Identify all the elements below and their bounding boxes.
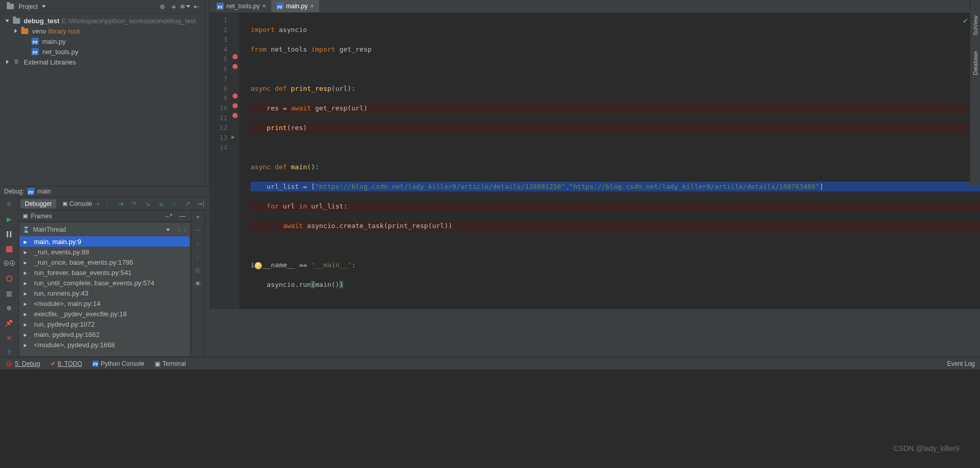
- code-area[interactable]: 1234567891011121314 ▶ import asyncio fro…: [209, 13, 980, 309]
- tree-root[interactable]: debug_test E:\Workspace\python_workspace…: [0, 15, 205, 26]
- add-watch-icon[interactable]: ＋: [194, 213, 202, 221]
- frame-row[interactable]: ▸run, runners.py:43: [20, 288, 190, 298]
- tree-file[interactable]: net_tools.py: [0, 46, 205, 57]
- settings-button[interactable]: ✲: [4, 304, 14, 313]
- help-button[interactable]: ?: [4, 348, 14, 357]
- run-to-cursor-button[interactable]: ⇒|: [197, 200, 205, 208]
- force-step-button[interactable]: ⤓: [170, 200, 178, 208]
- code-content[interactable]: import asyncio from net_tools import get…: [247, 13, 980, 309]
- frame-text: run, runners.py:43: [34, 289, 89, 297]
- close-icon[interactable]: ×: [262, 3, 266, 10]
- editor-tab[interactable]: net_tools.py ×: [211, 0, 271, 12]
- run-gutter-icon[interactable]: ▶: [231, 132, 235, 142]
- down-icon[interactable]: ↓: [194, 253, 202, 261]
- project-title[interactable]: Project: [4, 3, 46, 11]
- tool-tab-sciview[interactable]: SciView: [972, 15, 978, 36]
- editor-tab[interactable]: main.py ×: [271, 0, 319, 12]
- frame-row[interactable]: ▸run_forever, base_events.py:541: [20, 267, 190, 278]
- view-breakpoints-button[interactable]: ⦿⦿: [4, 260, 14, 268]
- project-header: Project ⊚ ≑ ✲ ⇤: [0, 0, 205, 13]
- frame-row[interactable]: ▸<module>, main.py:14: [20, 298, 190, 309]
- frame-row[interactable]: ▸<module>, pydevd.py:1668: [20, 340, 190, 350]
- hide-icon[interactable]: —: [178, 212, 187, 220]
- tab-debugger[interactable]: Debugger: [21, 199, 56, 208]
- chevron-down-icon: [166, 229, 170, 231]
- python-file-icon: [31, 38, 39, 45]
- expand-arrow-icon[interactable]: [4, 60, 10, 64]
- pause-button[interactable]: [4, 230, 14, 238]
- step-out-button[interactable]: ↗: [184, 200, 192, 208]
- frame-row[interactable]: ▸main, pydevd.py:1662: [20, 329, 190, 340]
- breakpoint-icon[interactable]: [232, 103, 238, 108]
- tree-external[interactable]: 𝄃𝄃𝄃 External Libraries: [0, 57, 205, 67]
- status-eventlog[interactable]: Event Log: [947, 360, 975, 367]
- locate-icon[interactable]: ⊚: [158, 3, 167, 11]
- restore-layout-icon[interactable]: →*: [164, 212, 172, 220]
- debug-sidebar: ↻ ▶ ⦿⦿ ▥ ✲ 📌 ✕ ?: [0, 197, 19, 357]
- step-into-button[interactable]: ↘: [143, 200, 152, 208]
- tab-console[interactable]: ▣Console→: [59, 199, 104, 208]
- file-name: net_tools.py: [42, 48, 78, 56]
- close-button[interactable]: ✕: [4, 334, 14, 343]
- status-bar: 🐞5: Debug ✔6: TODO Python Console ▣Termi…: [0, 357, 980, 369]
- step-into-my-button[interactable]: ⇘: [157, 200, 165, 208]
- inspection-ok-icon[interactable]: ✔: [962, 17, 969, 25]
- hide-icon[interactable]: ⇤: [192, 3, 201, 11]
- breakpoint-icon[interactable]: [232, 54, 238, 59]
- breakpoint-icon[interactable]: [232, 113, 238, 118]
- library-folder-icon: [21, 28, 28, 34]
- breakpoint-gutter[interactable]: ▶: [231, 13, 239, 309]
- copy-icon[interactable]: ⧉: [194, 266, 202, 275]
- thread-selector[interactable]: 🧵 MainThread ↑ ↓: [20, 223, 190, 236]
- frame-text: run, pydevd.py:1072: [34, 320, 95, 328]
- breakpoint-icon[interactable]: [232, 64, 238, 69]
- frame-text: run_forever, base_events.py:541: [34, 269, 131, 277]
- resume-button[interactable]: ▶: [4, 215, 14, 224]
- frame-text: <module>, main.py:14: [34, 300, 101, 308]
- rerun-button[interactable]: ↻: [4, 200, 14, 209]
- next-frame-icon[interactable]: ↓: [184, 226, 187, 233]
- frame-row[interactable]: ▸_run, events.py:88: [20, 247, 190, 257]
- fold-gutter[interactable]: [239, 13, 247, 309]
- frames-pane: ▣ Frames →* — 🧵 MainThread ↑ ↓ ▸main, ma…: [19, 211, 191, 357]
- pin-button[interactable]: 📌: [4, 319, 14, 328]
- frame-row[interactable]: ▸run_until_complete, base_events.py:574: [20, 278, 190, 288]
- frame-row[interactable]: ▸_run_once, base_events.py:1786: [20, 257, 190, 267]
- remove-watch-icon[interactable]: —: [194, 226, 202, 234]
- frame-icon: ▸: [24, 248, 31, 256]
- frame-row[interactable]: ▸run, pydevd.py:1072: [20, 319, 190, 329]
- step-over-button[interactable]: ↷: [130, 200, 138, 208]
- status-pyconsole[interactable]: Python Console: [92, 360, 144, 367]
- stop-button[interactable]: [4, 245, 14, 253]
- status-todo[interactable]: ✔6: TODO: [51, 360, 82, 367]
- frame-icon: ▸: [24, 279, 31, 287]
- mute-breakpoints-button[interactable]: [4, 275, 14, 283]
- folder-icon: [13, 18, 20, 24]
- python-file-icon: [276, 3, 284, 10]
- tab-label: main.py: [286, 3, 308, 10]
- layout-button[interactable]: ▥: [4, 289, 14, 298]
- frame-row[interactable]: ▸main, main.py:9: [20, 236, 190, 247]
- expand-arrow-icon[interactable]: [12, 29, 19, 33]
- show-watches-icon[interactable]: 👁: [194, 280, 202, 288]
- frame-icon: ▸: [24, 331, 31, 338]
- show-exec-point-button[interactable]: ⇥: [117, 200, 125, 208]
- status-terminal[interactable]: ▣Terminal: [155, 360, 186, 367]
- tree-venv[interactable]: venv library root: [0, 26, 205, 36]
- frame-icon: ▸: [24, 320, 31, 328]
- frame-row[interactable]: ▸execfile, _pydev_execfile.py:18: [20, 309, 190, 319]
- venv-hint: library root: [48, 27, 79, 35]
- tree-file[interactable]: main.py: [0, 36, 205, 46]
- gear-icon[interactable]: ✲: [181, 3, 189, 11]
- breakpoint-icon[interactable]: [232, 93, 238, 99]
- collapse-icon[interactable]: ≑: [170, 3, 178, 11]
- intention-bulb-icon[interactable]: [255, 262, 262, 269]
- frames-list: ▸main, main.py:9▸_run, events.py:88▸_run…: [20, 236, 190, 356]
- status-debug[interactable]: 🐞5: Debug: [5, 360, 40, 367]
- up-icon[interactable]: ↑: [194, 239, 202, 248]
- run-config-name: main: [38, 188, 51, 195]
- expand-arrow-icon[interactable]: [4, 20, 10, 22]
- prev-frame-icon[interactable]: ↑: [177, 226, 180, 233]
- tool-tab-database[interactable]: Database: [972, 51, 978, 75]
- close-icon[interactable]: ×: [310, 3, 314, 10]
